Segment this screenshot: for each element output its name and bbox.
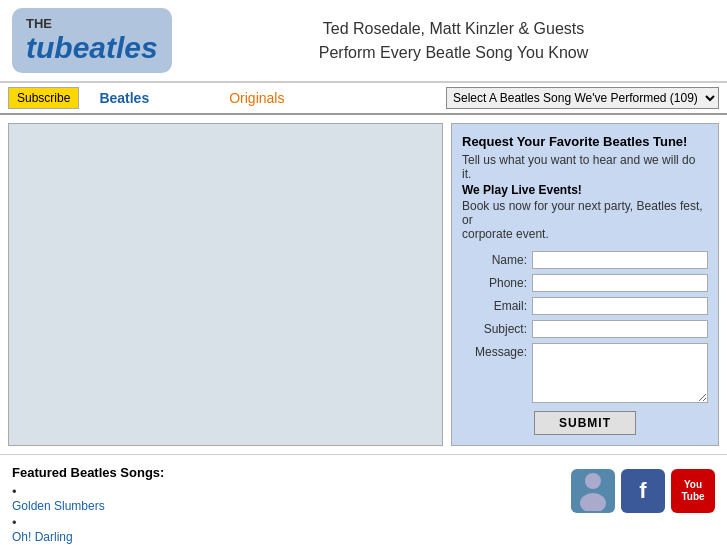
navigation: Subscribe Beatles Originals Select A Bea…: [0, 82, 727, 115]
live-events-title: We Play Live Events!: [462, 183, 708, 197]
tagline-line1: Ted Rosedale, Matt Kinzler & Guests: [192, 17, 715, 41]
message-label: Message:: [462, 343, 527, 359]
request-form-panel: Request Your Favorite Beatles Tune! Tell…: [451, 123, 719, 446]
subject-input[interactable]: [532, 320, 708, 338]
message-field-row: Message:: [462, 343, 708, 403]
featured-title: Featured Beatles Songs:: [12, 465, 571, 480]
song-select-dropdown[interactable]: Select A Beatles Song We've Performed (1…: [446, 87, 719, 109]
featured-song-2: • Oh! Darling: [12, 515, 571, 544]
featured-link-1[interactable]: Golden Slumbers: [12, 499, 571, 513]
email-label: Email:: [462, 299, 527, 313]
phone-label: Phone:: [462, 276, 527, 290]
profile-social-icon[interactable]: [571, 469, 615, 513]
facebook-icon[interactable]: f: [621, 469, 665, 513]
message-input[interactable]: [532, 343, 708, 403]
logo[interactable]: THE tubeatles: [12, 8, 172, 73]
subject-field-row: Subject:: [462, 320, 708, 338]
svg-point-1: [580, 493, 606, 511]
request-form-desc: Tell us what you want to hear and we wil…: [462, 153, 708, 181]
name-input[interactable]: [532, 251, 708, 269]
submit-button[interactable]: SUBMIT: [534, 411, 636, 435]
nav-beatles-link[interactable]: Beatles: [99, 90, 149, 106]
name-field-row: Name:: [462, 251, 708, 269]
header-tagline: Ted Rosedale, Matt Kinzler & Guests Perf…: [192, 17, 715, 65]
logo-tubeatles-text: tubeatles: [26, 31, 158, 65]
logo-the-text: THE: [26, 16, 158, 31]
request-form-title: Request Your Favorite Beatles Tune!: [462, 134, 708, 149]
featured-link-2[interactable]: Oh! Darling: [12, 530, 571, 544]
subscribe-button[interactable]: Subscribe: [8, 87, 79, 109]
header: THE tubeatles Ted Rosedale, Matt Kinzler…: [0, 0, 727, 82]
nav-originals-link[interactable]: Originals: [229, 90, 284, 106]
subject-label: Subject:: [462, 322, 527, 336]
name-label: Name:: [462, 253, 527, 267]
video-panel: [8, 123, 443, 446]
phone-field-row: Phone:: [462, 274, 708, 292]
footer: Featured Beatles Songs: • Golden Slumber…: [0, 454, 727, 545]
live-events-desc: Book us now for your next party, Beatles…: [462, 199, 708, 241]
phone-input[interactable]: [532, 274, 708, 292]
featured-song-1: • Golden Slumbers: [12, 484, 571, 513]
email-input[interactable]: [532, 297, 708, 315]
youtube-icon[interactable]: YouTube: [671, 469, 715, 513]
tagline-line2: Perform Every Beatle Song You Know: [192, 41, 715, 65]
main-content: Request Your Favorite Beatles Tune! Tell…: [0, 115, 727, 454]
svg-point-0: [585, 473, 601, 489]
social-icons-group: f YouTube: [571, 469, 715, 513]
featured-songs-section: Featured Beatles Songs: • Golden Slumber…: [12, 465, 571, 545]
email-field-row: Email:: [462, 297, 708, 315]
